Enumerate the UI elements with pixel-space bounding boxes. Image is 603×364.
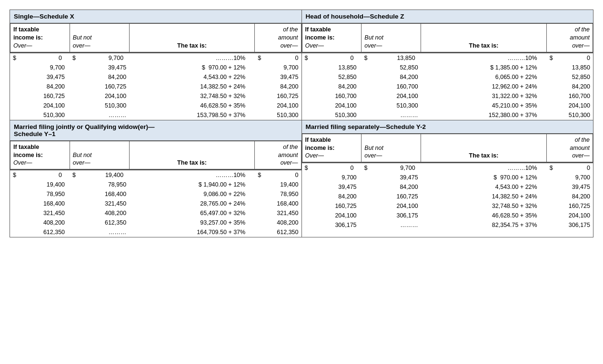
cell: 164,709.50 + 37% <box>129 227 255 237</box>
cell: 510,300 <box>10 110 70 120</box>
cell: 84,200 <box>70 72 129 82</box>
cell: ……… <box>362 220 421 230</box>
cell: 612,350 <box>10 227 70 237</box>
cell: 153,798.50 + 37% <box>129 110 255 120</box>
cell: 78,950 <box>70 180 129 189</box>
cell: $ 970.00 + 12% <box>421 173 547 182</box>
cell: 65,497.00 + 32% <box>129 208 255 218</box>
table-row: 321,450 408,200 65,497.00 + 32% 321,450 <box>10 208 302 218</box>
mj-col3-header: The tax is: <box>129 141 255 169</box>
cell: ………10% <box>421 163 547 173</box>
cell: 14,382.50 + 24% <box>421 192 547 201</box>
table-row: 84,200 160,725 14,382.50 + 24% 84,200 <box>302 192 593 201</box>
ms-col1-header: If taxable income is: Over— <box>302 134 362 162</box>
ms-col4-header: of the amount over— <box>546 134 593 162</box>
cell: 160,725 <box>255 91 301 101</box>
cell: 84,200 <box>362 182 421 192</box>
cell: $0 <box>10 53 70 63</box>
cell: 19,400 <box>255 180 301 189</box>
table-row: 9,700 39,475 $ 970.00 + 12% 9,700 <box>302 173 593 182</box>
mj-col1-header: If taxable income is: Over— <box>10 141 70 169</box>
cell: 306,175 <box>547 220 593 230</box>
cell: 4,543.00 + 22% <box>129 72 255 82</box>
head-section: Head of household—Schedule Z If taxable … <box>302 10 593 120</box>
cell: 13,850 <box>547 63 593 72</box>
cell: $0 <box>547 163 593 173</box>
cell: 160,700 <box>362 82 421 91</box>
cell: 306,175 <box>362 211 421 220</box>
table-row: $0 $13,850 ………10% $0 <box>302 53 593 63</box>
married-joint-section: Married filing jointly or Qualifying wid… <box>10 120 302 237</box>
married-joint-col-header-row: If taxable income is: Over— But not over… <box>10 141 302 169</box>
cell: 160,700 <box>302 91 362 101</box>
table-row: $0 $19,400 ………10% $0 <box>10 170 302 180</box>
cell: 39,475 <box>255 72 301 82</box>
cell: 52,850 <box>547 72 593 82</box>
cell: 160,725 <box>362 192 421 201</box>
cell: 204,100 <box>547 101 593 110</box>
table-row: 160,700 204,100 31,322.00 + 32% 160,700 <box>302 91 593 101</box>
married-sep-col-header-row: If taxable income is: Over— But not over… <box>302 134 593 162</box>
head-col-header-row: If taxable income is: Over— But not over… <box>302 24 593 52</box>
cell: 168,400 <box>255 199 301 208</box>
table-row: 510,300 ……… 152,380.00 + 37% 510,300 <box>302 110 593 120</box>
cell: 612,350 <box>70 218 129 227</box>
cell: $0 <box>302 163 362 173</box>
cell: 9,700 <box>302 173 362 182</box>
cell: 84,200 <box>547 82 593 91</box>
cell: 52,850 <box>302 72 362 82</box>
mj-col2-header: But not over— <box>70 141 129 169</box>
cell: 32,748.50 + 32% <box>129 91 255 101</box>
cell: 84,200 <box>255 82 301 91</box>
cell: 46,628.50 + 35% <box>129 101 255 110</box>
table-row: 9,700 39,475 $ 970.00 + 12% 9,700 <box>10 63 302 72</box>
cell: 14,382.50 + 24% <box>129 82 255 91</box>
cell: 39,475 <box>547 182 593 192</box>
married-sep-section: Married filing separately—Schedule Y-2 I… <box>302 120 593 237</box>
cell: 510,300 <box>70 101 129 110</box>
table-row: 19,400 78,950 $ 1,940.00 + 12% 19,400 <box>10 180 302 189</box>
head-title: Head of household—Schedule Z <box>302 10 593 23</box>
cell: 84,200 <box>362 72 421 82</box>
cell: 12,962.00 + 24% <box>421 82 547 91</box>
single-col-header-row: If taxable income is: Over— But not over… <box>10 24 302 52</box>
cell: ………10% <box>421 53 547 63</box>
cell: 31,322.00 + 32% <box>421 91 547 101</box>
head-col4-header: of the amount over— <box>546 24 593 52</box>
head-col3-header: The tax is: <box>421 24 547 52</box>
cell: 152,380.00 + 37% <box>421 110 547 120</box>
cell: 204,100 <box>10 101 70 110</box>
cell: 78,950 <box>255 189 301 199</box>
cell: 168,400 <box>70 189 129 199</box>
table-row: 204,100 306,175 46,628.50 + 35% 204,100 <box>302 211 593 220</box>
cell: 39,475 <box>362 173 421 182</box>
table-row: 84,200 160,725 14,382.50 + 24% 84,200 <box>10 82 302 91</box>
table-row: 39,475 84,200 4,543.00 + 22% 39,475 <box>10 72 302 82</box>
single-col2-header: But not over— <box>70 24 129 52</box>
cell: 45,210.00 + 35% <box>421 101 547 110</box>
table-row: 408,200 612,350 93,257.00 + 35% 408,200 <box>10 218 302 227</box>
cell: 612,350 <box>255 227 301 237</box>
cell: 9,700 <box>255 63 301 72</box>
ms-col3-header: The tax is: <box>421 134 547 162</box>
married-joint-data-table: $0 $19,400 ………10% $0 19,400 78,950 $ 1,9… <box>10 170 302 237</box>
cell: 510,300 <box>547 110 593 120</box>
table-row: 39,475 84,200 4,543.00 + 22% 39,475 <box>302 182 593 192</box>
cell: 160,725 <box>302 201 362 211</box>
cell: 28,765.00 + 24% <box>129 199 255 208</box>
mj-col4-header: of the amount over— <box>255 141 301 169</box>
cell: 306,175 <box>302 220 362 230</box>
cell: 168,400 <box>10 199 70 208</box>
cell: $9,700 <box>70 53 129 63</box>
cell: 13,850 <box>302 63 362 72</box>
cell: ………10% <box>129 53 255 63</box>
cell: 32,748.50 + 32% <box>421 201 547 211</box>
cell: 408,200 <box>255 218 301 227</box>
cell: 39,475 <box>10 72 70 82</box>
table-row: 84,200 160,700 12,962.00 + 24% 84,200 <box>302 82 593 91</box>
table-row: $0 $9,700 ………10% $0 <box>10 53 302 63</box>
cell: 204,100 <box>70 91 129 101</box>
table-row: 13,850 52,850 $ 1,385.00 + 12% 13,850 <box>302 63 593 72</box>
cell: $0 <box>10 170 70 180</box>
cell: 321,450 <box>255 208 301 218</box>
